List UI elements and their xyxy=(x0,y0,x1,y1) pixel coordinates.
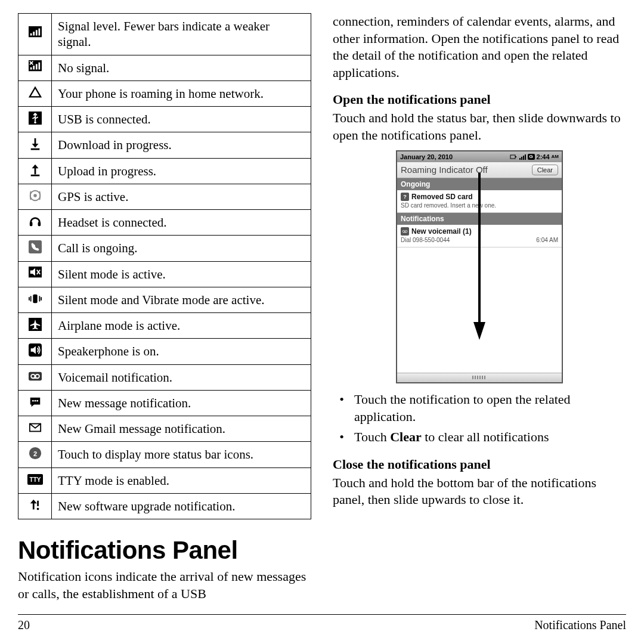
svg-point-44 xyxy=(36,400,38,402)
table-row: TTYTTY mode is enabled. xyxy=(18,467,311,493)
icon-description: Touch to display more status bar icons. xyxy=(52,442,311,467)
voicemail-icon xyxy=(401,227,409,236)
upgrade-icon xyxy=(18,493,52,519)
svg-point-22 xyxy=(33,194,37,197)
panel-title: Roaming Indicator Off xyxy=(401,165,488,175)
icon-description: Silent mode and Vibrate mode are active. xyxy=(52,287,311,312)
signal-icon xyxy=(18,14,52,55)
clear-button[interactable]: Clear xyxy=(532,165,558,175)
speaker-icon xyxy=(18,339,52,364)
svg-rect-59 xyxy=(525,154,526,160)
table-row: Call is ongoing. xyxy=(18,236,311,261)
table-row: Signal level. Fewer bars indicate a weak… xyxy=(18,14,311,55)
icon-description: Airplane mode is active. xyxy=(52,313,311,339)
table-row: USB is connected. xyxy=(18,107,311,132)
svg-rect-1 xyxy=(30,33,32,36)
sd-card-notification[interactable]: ? Removed SD card SD card removed. Inser… xyxy=(397,190,562,213)
svg-rect-6 xyxy=(30,67,32,69)
table-row: Speakerphone is on. xyxy=(18,339,311,364)
table-row: Headset is connected. xyxy=(18,210,311,236)
icon-description: New software upgrade notification. xyxy=(52,493,311,519)
svg-marker-16 xyxy=(32,144,38,147)
svg-point-61 xyxy=(405,230,407,233)
icon-description: Speakerphone is on. xyxy=(52,339,311,364)
table-row: Upload in progress. xyxy=(18,158,311,184)
close-panel-heading: Close the notifications panel xyxy=(333,457,626,472)
sd-card-title: Removed SD card xyxy=(411,193,473,201)
more-icon: 2 xyxy=(18,442,52,467)
usb-icon xyxy=(18,107,52,132)
table-row: 2Touch to display more status bar icons. xyxy=(18,442,311,467)
page-number: 20 xyxy=(18,618,30,632)
svg-rect-56 xyxy=(519,158,521,160)
voicemail-icon xyxy=(18,364,52,390)
intro-text-left: Notification icons indicate the arrival … xyxy=(18,568,311,602)
call-icon xyxy=(18,236,52,261)
notifications-panel-screenshot: January 20, 2010 G 2:44AM Roaming Indica… xyxy=(396,150,563,383)
list-item: Touch Clear to clear all notifications xyxy=(351,428,626,446)
ongoing-header: Ongoing xyxy=(397,178,562,190)
voicemail-notification[interactable]: New voicemail (1) Dial 098-550-0044 6:04… xyxy=(397,225,562,247)
panel-empty-area xyxy=(397,247,562,373)
table-row: Your phone is roaming in home network. xyxy=(18,80,311,106)
section-heading: Notifications Panel xyxy=(18,536,311,565)
vibrate-icon xyxy=(18,287,52,312)
svg-point-43 xyxy=(34,400,36,402)
icon-description: Upload in progress. xyxy=(52,158,311,184)
table-row: Voicemail notification. xyxy=(18,364,311,390)
svg-text:TTY: TTY xyxy=(29,476,41,483)
svg-text:2: 2 xyxy=(33,450,36,457)
svg-rect-2 xyxy=(33,32,35,35)
open-panel-heading: Open the notifications panel xyxy=(333,92,626,107)
battery-icon xyxy=(510,154,517,160)
table-row: Silent mode and Vibrate mode are active. xyxy=(18,287,311,312)
svg-rect-24 xyxy=(38,222,41,226)
headset-icon xyxy=(18,210,52,236)
svg-rect-54 xyxy=(510,155,515,159)
icon-description: New message notification. xyxy=(52,390,311,416)
instruction-list: Touch the notification to open the relat… xyxy=(333,391,626,446)
svg-rect-7 xyxy=(33,66,35,69)
drag-handle[interactable] xyxy=(397,373,562,382)
status-bar: January 20, 2010 G 2:44AM xyxy=(397,151,562,162)
page-footer: 20 Notifications Panel xyxy=(18,614,626,632)
tty-icon: TTY xyxy=(18,467,52,493)
intro-text-right: connection, reminders of calendar events… xyxy=(333,13,626,81)
icon-description: GPS is active. xyxy=(52,184,311,209)
icon-description: Silent mode is active. xyxy=(52,261,311,287)
table-row: New software upgrade notification. xyxy=(18,493,311,519)
open-panel-body: Touch and hold the status bar, then slid… xyxy=(333,110,626,144)
no-signal-icon xyxy=(18,55,52,80)
icon-description: Signal level. Fewer bars indicate a weak… xyxy=(52,14,311,55)
svg-rect-4 xyxy=(38,29,40,36)
svg-marker-12 xyxy=(29,88,40,97)
signal-icon xyxy=(519,154,526,160)
status-time: 2:44 xyxy=(537,153,550,160)
table-row: Silent mode is active. xyxy=(18,261,311,287)
svg-rect-3 xyxy=(35,30,37,36)
gps-icon xyxy=(18,184,52,209)
icon-description: New Gmail message notification. xyxy=(52,416,311,442)
svg-point-14 xyxy=(34,122,36,124)
voicemail-subtext: Dial 098-550-0044 xyxy=(401,237,450,243)
table-row: GPS is active. xyxy=(18,184,311,209)
download-icon xyxy=(18,132,52,158)
message-icon xyxy=(18,390,52,416)
sd-card-subtext: SD card removed. Insert a new one. xyxy=(401,202,496,209)
svg-rect-55 xyxy=(515,156,516,157)
table-row: Download in progress. xyxy=(18,132,311,158)
svg-rect-30 xyxy=(33,294,37,303)
table-row: No signal. xyxy=(18,55,311,80)
svg-marker-51 xyxy=(30,500,36,503)
svg-rect-58 xyxy=(523,156,524,160)
close-panel-body: Touch and hold the bottom bar of the not… xyxy=(333,475,626,509)
sd-card-icon: ? xyxy=(401,193,409,201)
svg-marker-19 xyxy=(32,164,38,168)
svg-rect-57 xyxy=(521,157,522,160)
svg-rect-8 xyxy=(35,64,37,69)
icon-description: No signal. xyxy=(52,55,311,80)
icon-description: Call is ongoing. xyxy=(52,236,311,261)
list-item: Touch the notification to open the relat… xyxy=(351,391,626,426)
icon-description: Voicemail notification. xyxy=(52,364,311,390)
svg-rect-23 xyxy=(29,222,32,226)
